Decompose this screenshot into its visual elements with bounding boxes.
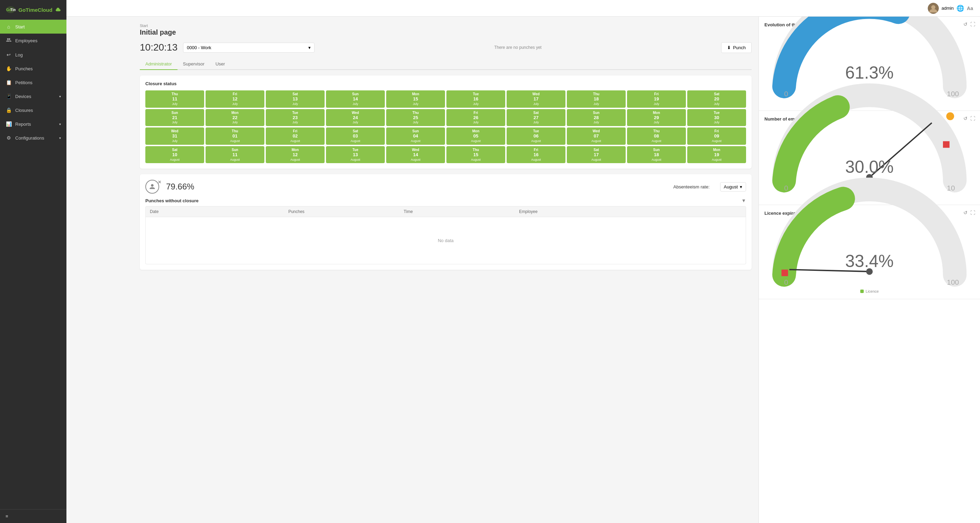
calendar-day: Wed31July: [145, 128, 204, 145]
logo-icon: Go Time: [6, 5, 16, 14]
chevron-down-icon: ▾: [59, 94, 61, 98]
col-punches: Punches: [284, 206, 399, 217]
calendar-day: Wed24July: [326, 109, 385, 126]
sidebar-item-petitions[interactable]: 📋 Petitions: [0, 75, 67, 89]
svg-point-10: [946, 112, 954, 120]
calendar-day: Mon22July: [205, 109, 264, 126]
sidebar-item-label: Devices: [15, 94, 31, 99]
licence-gauge-svg: 33.4% 0 100: [764, 170, 974, 288]
svg-rect-17: [781, 269, 788, 276]
closure-status-card: Closure status Thu11JulyFri12JulySat13Ju…: [140, 75, 752, 169]
svg-text:33.4%: 33.4%: [845, 251, 894, 270]
work-select[interactable]: 0000 - Work ▾: [183, 43, 315, 53]
calendar-day: Sun28July: [567, 109, 626, 126]
col-employee: Employee: [515, 206, 746, 217]
no-data-message: No data: [145, 217, 746, 264]
calendar-day: Fri09August: [687, 128, 746, 145]
calendar-day: Fri19July: [627, 90, 686, 108]
tab-supervisor[interactable]: Supervisor: [178, 59, 210, 70]
calendar-day: Sat20July: [687, 90, 746, 108]
calendar-day: Mon05August: [446, 128, 505, 145]
calendar-day: Mon12August: [266, 146, 325, 163]
calendar-day: Tue06August: [507, 128, 565, 145]
font-size-icon[interactable]: Aa: [967, 6, 973, 11]
globe-icon[interactable]: 🌐: [956, 5, 964, 12]
calendar-day: Thu25July: [386, 109, 445, 126]
month-label: August: [724, 184, 738, 190]
clock-display: 10:20:13: [140, 42, 178, 53]
menu-toggle-icon[interactable]: ≡: [6, 513, 8, 519]
sidebar-item-label: Configurations: [15, 136, 44, 140]
calendar-day: Mon15July: [386, 90, 445, 108]
licence-chart-section: Licence expiration (20/12/2024) ↺ ⛶: [759, 205, 980, 299]
calendar-day: Fri12July: [205, 90, 264, 108]
avatar: [928, 3, 939, 14]
calendar-day: Fri16August: [507, 146, 565, 163]
absenteeism-card: ✕ 79.66% Absenteeism rate: August ▾ Punc…: [140, 174, 752, 270]
breadcrumb: Start: [140, 24, 752, 28]
logo: Go Time GoTimeCloud: [0, 0, 67, 20]
sidebar-item-configurations[interactable]: ⚙ Configurations ▾: [0, 131, 67, 145]
calendar-day: Sun14July: [326, 90, 385, 108]
left-panel: Start Initial page 10:20:13 0000 - Work …: [133, 17, 759, 523]
main-content: Start Initial page 10:20:13 0000 - Work …: [133, 17, 980, 523]
licence-gauge: 33.4% 0 100: [764, 218, 974, 288]
calendar-day: Tue13August: [326, 146, 385, 163]
dropdown-chevron-icon: ▾: [740, 184, 742, 190]
tab-administrator[interactable]: Administrator: [140, 59, 178, 70]
sidebar-item-label: Closures: [15, 108, 33, 113]
calendar-day: Fri26July: [446, 109, 505, 126]
absenteeism-percentage: 79.66%: [166, 182, 194, 191]
devices-icon: 📱: [6, 94, 12, 99]
no-punches-text: There are no punches yet: [320, 45, 716, 50]
calendar-grid: Thu11JulyFri12JulySat13JulySun14JulyMon1…: [145, 90, 746, 163]
calendar-day: Sun21July: [145, 109, 204, 126]
closures-icon: 🔒: [6, 107, 12, 113]
sidebar-item-label: Log: [15, 52, 23, 57]
punches-table-header: Date Punches Time Employee: [145, 206, 746, 217]
col-date: Date: [146, 206, 284, 217]
avatar-image: [928, 3, 939, 14]
svg-text:Time: Time: [10, 8, 16, 12]
absenteeism-label: Absenteeism rate:: [673, 184, 710, 190]
people-icon: [6, 38, 11, 43]
sidebar-item-label: Reports: [15, 121, 31, 127]
tab-user[interactable]: User: [210, 59, 231, 70]
punch-button[interactable]: ⬇ Punch: [721, 42, 752, 53]
sidebar-item-reports[interactable]: 📊 Reports ▾: [0, 117, 67, 131]
sidebar-item-closures[interactable]: 🔒 Closures: [0, 103, 67, 117]
user-info: admin 🌐 Aa: [928, 3, 973, 14]
punch-label: Punch: [733, 45, 746, 50]
sidebar-footer[interactable]: ≡: [0, 509, 67, 523]
right-panel: Evolution of the current period ↺ ⛶ 61.3…: [759, 17, 980, 523]
licence-legend-dot: [860, 290, 864, 293]
sidebar-item-devices[interactable]: 📱 Devices ▾: [0, 89, 67, 103]
clock-row: 10:20:13 0000 - Work ▾ There are no punc…: [140, 42, 752, 53]
logo-cloud: Cloud: [38, 7, 52, 13]
sidebar-item-punches[interactable]: ✋ Punches: [0, 62, 67, 75]
petitions-icon: 📋: [6, 80, 12, 85]
svg-text:0: 0: [784, 278, 788, 286]
sidebar-item-employees[interactable]: Employees: [0, 33, 67, 48]
col-time: Time: [400, 206, 515, 217]
closure-status-title: Closure status: [145, 81, 746, 86]
calendar-day: Sun11August: [205, 146, 264, 163]
calendar-day: Sun04August: [386, 128, 445, 145]
calendar-day: Mon29July: [627, 109, 686, 126]
person-icon: [149, 183, 155, 190]
calendar-day: Thu15August: [446, 146, 505, 163]
sidebar-item-start[interactable]: ⌂ Start: [0, 20, 67, 33]
calendar-day: Wed17July: [507, 90, 565, 108]
page-title: Initial page: [140, 29, 752, 37]
sidebar-nav: ⌂ Start Employees ↩ Log ✋ Punches 📋 Peti…: [0, 20, 67, 509]
filter-icon[interactable]: ▼: [741, 198, 746, 203]
sidebar-item-label: Start: [15, 24, 25, 29]
sidebar-item-log[interactable]: ↩ Log: [0, 48, 67, 62]
download-icon: ⬇: [727, 45, 731, 50]
calendar-day: Sat27July: [507, 109, 565, 126]
absenteeism-row: ✕ 79.66% Absenteeism rate: August ▾: [145, 180, 746, 194]
config-icon: ⚙: [6, 135, 12, 140]
svg-rect-11: [943, 141, 950, 148]
logo-text: GoTimeCloud: [18, 7, 52, 13]
absenteeism-month-dropdown[interactable]: August ▾: [720, 182, 746, 191]
